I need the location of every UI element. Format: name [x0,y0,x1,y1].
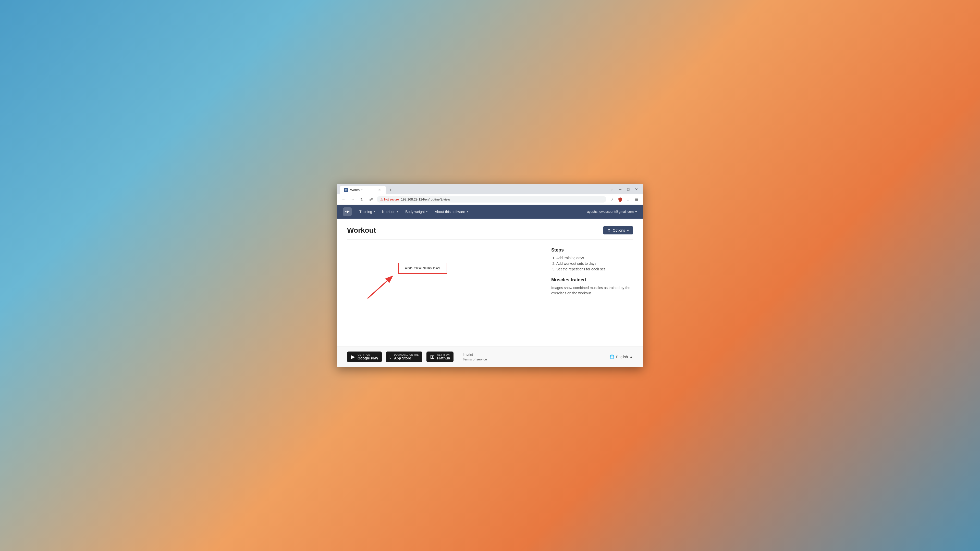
step-3: Set the repetitions for each set [556,267,633,271]
url-text: 192.168.29.124/en/routine/2/view [401,197,603,201]
chevron-down-button[interactable]: ⌄ [608,186,616,193]
add-training-day-wrapper: ADD TRAINING DAY [398,263,447,274]
title-bar: ⊞ Workout ✕ + ⌄ ─ □ ✕ [337,184,643,194]
footer-links: Imprint Terms of service [463,353,487,361]
maximize-button[interactable]: □ [625,186,632,193]
app-navbar: Training ▾ Nutrition ▾ Body weight ▾ Abo… [337,205,643,219]
reload-button[interactable]: ↻ [358,196,366,203]
imprint-link[interactable]: Imprint [463,353,487,356]
warning-icon: ⚠ [380,198,383,201]
options-button[interactable]: ⚙ Options ▾ [603,226,633,234]
user-email: ayushsnewaccount@gmail.com [587,210,634,213]
address-input[interactable]: ⚠ Not secure 192.168.29.124/en/routine/2… [377,196,606,203]
svg-rect-2 [347,210,348,213]
address-bar-actions: ↗ ♫ ☰ [608,196,640,203]
not-secure-indicator: ⚠ Not secure [380,198,399,201]
music-button[interactable]: ♫ [625,196,632,203]
workout-content-area: ADD TRAINING DAY [347,248,541,337]
step-1: Add training days [556,256,633,260]
minimize-button[interactable]: ─ [617,186,624,193]
globe-icon: 🌐 [609,354,614,359]
nutrition-menu[interactable]: Nutrition ▾ [379,205,402,219]
nav-logo [343,207,352,216]
language-selector[interactable]: 🌐 English ▲ [609,354,633,359]
logo-icon [343,207,352,216]
training-menu[interactable]: Training ▾ [356,205,379,219]
training-dropdown-arrow: ▾ [374,210,375,213]
about-dropdown-arrow: ▾ [467,210,468,213]
flathub-text: GET IT ON Flathub [437,354,450,360]
tab-title: Workout [350,188,363,192]
steps-list: Add training days Add workout sets to da… [551,256,633,271]
main-area: ADD TRAINING DAY Steps Add training days… [347,248,633,337]
flathub-large: Flathub [437,356,450,360]
user-dropdown-arrow: ▾ [635,210,637,213]
apple-icon:  [390,354,391,360]
browser-window: ⊞ Workout ✕ + ⌄ ─ □ ✕ ← → ↻ ☍ ⚠ Not secu… [337,184,643,368]
options-dropdown-arrow: ▾ [627,228,629,232]
google-play-icon: ▶ [351,354,355,360]
google-play-button[interactable]: ▶ GET IT ON Google Play [347,351,382,362]
forward-button[interactable]: → [349,196,356,203]
google-play-text: GET IT ON Google Play [358,354,378,360]
app-store-button[interactable]:  Download on the App Store [386,351,422,362]
nutrition-dropdown-arrow: ▾ [397,210,398,213]
red-arrow-annotation [363,270,401,301]
back-button[interactable]: ← [340,196,347,203]
step-2: Add workout sets to days [556,262,633,265]
bookmark-button[interactable]: ☍ [368,196,375,203]
language-label: English [616,355,628,359]
instructions-panel: Steps Add training days Add workout sets… [551,248,633,337]
body-weight-label: Body weight [405,210,425,214]
menu-button[interactable]: ☰ [633,196,640,203]
app-content: Training ▾ Nutrition ▾ Body weight ▾ Abo… [337,205,643,368]
about-menu[interactable]: About this software ▾ [431,205,471,219]
google-play-large: Google Play [358,356,378,360]
terms-of-service-link[interactable]: Terms of service [463,357,487,361]
share-button[interactable]: ↗ [608,196,616,203]
app-store-large: App Store [394,356,411,360]
app-store-text: Download on the App Store [394,354,419,360]
close-button[interactable]: ✕ [633,186,640,193]
user-menu[interactable]: ayushsnewaccount@gmail.com ▾ [587,210,637,213]
app-footer: ▶ GET IT ON Google Play  Download on th… [337,346,643,368]
body-weight-dropdown-arrow: ▾ [426,210,428,213]
svg-rect-0 [345,211,347,212]
about-label: About this software [434,210,465,214]
brave-shield-button[interactable] [617,196,624,203]
tab-close-button[interactable]: ✕ [377,188,382,192]
flathub-small: GET IT ON [437,354,450,356]
new-tab-button[interactable]: + [387,187,394,194]
language-arrow-icon: ▲ [629,355,633,359]
address-bar: ← → ↻ ☍ ⚠ Not secure 192.168.29.124/en/r… [337,194,643,205]
google-play-small: GET IT ON [358,354,370,356]
svg-rect-1 [348,211,349,212]
gear-icon: ⚙ [608,228,611,232]
body-weight-menu[interactable]: Body weight ▾ [402,205,431,219]
svg-line-4 [368,277,392,299]
muscles-description: Images show combined muscles as trained … [551,285,633,296]
active-tab[interactable]: ⊞ Workout ✕ [340,186,386,194]
page-title: Workout [347,226,376,234]
flathub-icon: ⊞ [430,354,434,360]
nutrition-label: Nutrition [382,210,395,214]
page-body: Workout ⚙ Options ▾ [337,219,643,346]
add-training-day-button[interactable]: ADD TRAINING DAY [398,263,447,274]
page-header: Workout ⚙ Options ▾ [347,226,633,240]
training-label: Training [360,210,372,214]
window-controls: ⌄ ─ □ ✕ [608,186,640,194]
muscles-title: Muscles trained [551,277,633,283]
tab-favicon: ⊞ [344,188,348,192]
options-label: Options [613,228,625,232]
app-store-small: Download on the [394,354,419,356]
flathub-button[interactable]: ⊞ GET IT ON Flathub [426,351,454,362]
steps-title: Steps [551,248,633,253]
